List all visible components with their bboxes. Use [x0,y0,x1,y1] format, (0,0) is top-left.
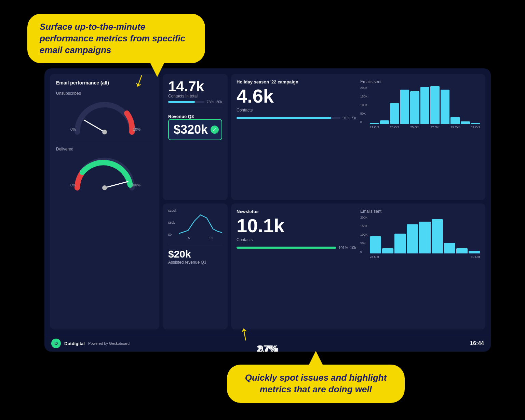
holiday-progress-fill [237,117,331,119]
holiday-x-31oct: 31 Oct [471,126,480,129]
newsletter-y-200k: 200K [360,216,367,219]
middle-bottom-panel: $100k $50k $0 5 10 $20k Assisted reve [163,204,228,330]
chart-y-label-2: $50k [168,221,177,224]
holiday-y-200k: 200K [360,86,367,90]
nbar-8 [456,248,468,253]
holiday-x-25oct: 25 Oct [410,126,419,129]
nbar-1 [370,236,381,253]
contacts-progress-max: 20k [216,100,222,104]
newsletter-title: Newsletter [237,209,356,214]
holiday-progress-label: 91% [342,116,350,120]
bar-2 [380,120,389,124]
revenue-line-chart-svg [179,209,222,236]
chart-x-label-1: 5 [188,236,190,240]
holiday-contacts-value: 4.6k [237,87,356,106]
middle-top-panel: 14.7k Contacts in total 73% 20k Revenue … [163,74,228,200]
holiday-title: Holiday season '22 campaign [237,79,356,84]
delivered-min: 0% [70,183,76,187]
nbar-6 [432,219,443,253]
holiday-x-27oct: 27 Oct [430,126,440,129]
bar-6 [420,87,430,124]
holiday-campaign-panel: Holiday season '22 campaign 4.6k Contact… [231,74,485,200]
svg-point-1 [102,130,107,134]
email-performance-panel: Email performance (all) Unsubscribed [50,74,159,329]
bar-1 [370,123,379,124]
holiday-y-50k: 50K [360,112,367,115]
bar-11 [471,123,480,124]
holiday-x-23oct: 23 Oct [390,126,399,129]
newsletter-left: Newsletter 10.1k Contacts 101% 10k [237,209,356,324]
footer-time: 16:44 [470,340,484,346]
contacts-progress-fill [168,101,195,103]
newsletter-y-0: 0 [360,250,367,253]
bar-8 [441,90,450,124]
revenue-section: Revenue Q3 $320k ✓ [168,114,222,140]
holiday-progress-bar [237,117,340,119]
newsletter-y-150k: 150K [360,224,367,228]
nbar-2 [382,248,393,253]
bar-7 [430,86,440,124]
holiday-progress-max: 5k [352,116,356,120]
divider-3 [168,244,222,244]
footer-powered: Powered by Geckoboard [88,341,130,345]
chart-y-label-1: $100k [168,209,177,212]
dashboard: Email performance (all) Unsubscribed [44,68,491,352]
nbar-3 [394,234,406,253]
revenue-value: $320k [174,122,208,137]
bar-3 [390,103,399,124]
newsletter-x-23oct: 23 Oct [370,255,379,259]
holiday-contacts-label: Contacts [237,108,356,113]
bar-10 [461,121,470,124]
svg-line-0 [84,120,105,132]
unsubscribed-gauge: 0% 10% 2.7% [56,98,153,135]
nbar-5 [419,222,430,253]
assisted-revenue-section: $20k Assisted revenue Q3 [168,248,222,265]
contacts-section: 14.7k Contacts in total 73% 20k [168,79,222,104]
holiday-x-21oct: 21 Oct [370,126,379,129]
bar-5 [410,91,419,124]
contacts-label: Contacts in total [168,94,222,99]
newsletter-panel: Newsletter 10.1k Contacts 101% 10k Email… [231,204,485,330]
newsletter-y-50k: 50K [360,241,367,245]
footer-brand: Dotdigital [64,341,85,346]
holiday-x-29oct: 29 Oct [450,126,460,129]
chart-x-label-2: 10 [209,236,213,240]
revenue-chart: $100k $50k $0 5 10 [168,209,222,240]
chart-y-label-3: $0 [168,233,177,236]
contacts-big-number: 14.7k [168,79,222,94]
dotdigital-logo: D [51,339,61,348]
newsletter-bar-chart [370,216,480,253]
holiday-campaign-left: Holiday season '22 campaign 4.6k Contact… [237,79,356,195]
svg-point-3 [102,185,107,190]
newsletter-progress-fill [237,247,336,249]
bar-4 [400,90,409,124]
nbar-9 [469,251,480,253]
contacts-progress-bar [168,101,204,103]
newsletter-contacts-label: Contacts [237,237,356,242]
holiday-campaign-right: Emails sent 200K 150K 100K 50K 0 [360,79,480,195]
unsubscribed-section: Unsubscribed [56,91,153,135]
nbar-4 [407,224,418,253]
newsletter-right: Emails sent 200K 150K 100K 50K 0 [360,209,480,324]
delivered-label: Delivered [56,147,153,152]
check-icon: ✓ [211,126,219,134]
top-speech-bubble: Surface up-to-the-minute performance met… [27,14,205,63]
unsubscribed-gauge-svg [74,101,135,135]
revenue-title: Revenue Q3 [168,114,222,119]
assisted-revenue-value: $20k [168,248,222,260]
newsletter-progress-bar [237,247,336,249]
divider-1 [56,141,153,141]
nbar-7 [444,243,455,253]
delivered-max: 100% [131,183,140,187]
bottom-speech-bubble: Quickly spot issues and highlight metric… [227,365,405,403]
divider-2 [168,109,222,109]
footer-left: D Dotdigital Powered by Geckoboard [51,339,130,348]
bar-9 [450,117,460,124]
svg-line-2 [105,182,128,188]
newsletter-progress-max: 10k [350,246,356,250]
newsletter-x-30oct: 30 Oct [471,255,480,259]
delivered-value: 97% [258,343,277,352]
assisted-revenue-label: Assisted revenue Q3 [168,260,222,265]
holiday-bar-chart [370,86,480,124]
newsletter-emails-sent-label: Emails sent [360,209,480,214]
